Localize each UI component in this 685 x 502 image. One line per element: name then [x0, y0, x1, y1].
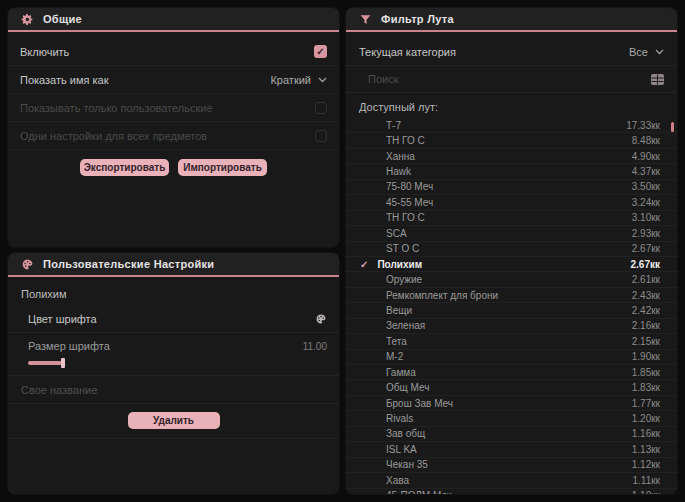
loot-item-value: 1.12кк — [632, 459, 660, 470]
category-value: Все — [629, 46, 648, 58]
export-import-row: Экспортировать Импортировать — [8, 150, 339, 176]
only-custom-row: Показывать только пользовательские — [8, 94, 339, 122]
loot-item-row[interactable]: ✓ Хава 1.11кк — [346, 473, 677, 488]
loot-item-row[interactable]: ✓ ТН ГО С 3.10кк — [346, 211, 677, 226]
loot-item-name: Гамма — [386, 367, 632, 378]
custom-settings-title: Пользовательские Настройки — [43, 258, 214, 270]
color-picker-icon[interactable] — [315, 313, 327, 325]
loot-item-row[interactable]: ✓ ТН ГО С 8.48кк — [346, 133, 677, 148]
loot-item-row[interactable]: ✓ М-2 1.90кк — [346, 350, 677, 365]
loot-item-value: 1.20кк — [632, 413, 660, 424]
loot-item-row[interactable]: ✓ 45-ПОЛМ Меч 1.10кк — [346, 489, 677, 495]
category-dropdown[interactable]: Все — [629, 46, 664, 58]
loot-item-row[interactable]: ✓ Hawk 4.37кк — [346, 164, 677, 179]
chevron-down-icon — [655, 49, 664, 55]
loot-item-row[interactable]: ✓ Зеленая 2.16кк — [346, 319, 677, 334]
search-input[interactable] — [368, 73, 618, 85]
loot-item-name: Зеленая — [386, 320, 632, 331]
funnel-icon — [359, 13, 372, 26]
loot-item-name: ISL KA — [386, 444, 632, 455]
font-color-row: Цвет шрифта — [8, 305, 339, 333]
loot-item-value: 4.37кк — [632, 166, 660, 177]
loot-item-value: 3.10кк — [632, 212, 660, 223]
general-panel-header: Общие — [8, 8, 339, 32]
available-loot-label: Доступный лут: — [346, 93, 677, 118]
same-settings-checkbox — [315, 130, 327, 142]
loot-item-name: Чекан 35 — [386, 459, 632, 470]
loot-item-value: 2.93кк — [632, 228, 660, 239]
loot-item-name: Брош Зав Меч — [386, 398, 632, 409]
loot-item-row[interactable]: ✓ ISL KA 1.13кк — [346, 442, 677, 457]
loot-item-name: Т-7 — [386, 120, 626, 131]
loot-item-value: 4.90кк — [632, 151, 660, 162]
font-color-label: Цвет шрифта — [28, 313, 97, 325]
category-row: Текущая категория Все — [346, 38, 677, 66]
loot-item-row[interactable]: ✓ Общ Меч 1.83кк — [346, 380, 677, 395]
loot-item-name: Общ Меч — [386, 382, 632, 393]
loot-item-value: 3.50кк — [632, 181, 660, 192]
right-column: Фильтр Лута Текущая категория Все Доступ… — [346, 8, 677, 494]
loot-item-name: 45-ПОЛМ Меч — [386, 490, 632, 494]
same-settings-row: Одни настройки для всех предметов — [8, 122, 339, 150]
loot-item-row[interactable]: ✓ Ремкомплект для брони 2.43кк — [346, 288, 677, 303]
enable-checkbox[interactable]: ✓ — [314, 45, 327, 58]
export-button[interactable]: Экспортировать — [80, 159, 169, 176]
loot-item-value: 1.10кк — [632, 490, 660, 494]
custom-settings-header: Пользовательские Настройки — [8, 253, 339, 277]
same-settings-label: Одни настройки для всех предметов — [20, 130, 207, 142]
loot-item-name: 75-80 Меч — [386, 181, 632, 192]
scrollbar-thumb[interactable] — [671, 122, 674, 132]
general-panel: Общие Включить ✓ Показать имя как Кратки… — [8, 8, 339, 247]
loot-item-row[interactable]: ✓ Вещи 2.42кк — [346, 303, 677, 318]
settings-page: Общие Включить ✓ Показать имя как Кратки… — [0, 0, 685, 502]
loot-item-name: Зав общ — [386, 428, 632, 439]
loot-item-row[interactable]: ✓ 45-55 Меч 3.24кк — [346, 195, 677, 210]
show-name-row: Показать имя как Краткий — [8, 66, 339, 94]
slider-handle[interactable] — [61, 358, 65, 368]
search-row — [346, 66, 677, 93]
loot-item-row[interactable]: ✓ Чекан 35 1.12кк — [346, 458, 677, 473]
loot-item-row[interactable]: ✓ Брош Зав Меч 1.77кк — [346, 396, 677, 411]
show-name-value: Краткий — [270, 74, 311, 86]
loot-item-row[interactable]: ✓ 75-80 Меч 3.50кк — [346, 180, 677, 195]
font-size-label: Размер шрифта — [28, 340, 110, 352]
loot-item-value: 2.43кк — [632, 290, 660, 301]
loot-item-name: Полихим — [377, 259, 630, 270]
font-size-slider[interactable] — [28, 358, 327, 368]
loot-item-row[interactable]: ✓ Оружие 2.61кк — [346, 272, 677, 287]
custom-settings-panel: Пользовательские Настройки Полихим Цвет … — [8, 253, 339, 494]
loot-item-row[interactable]: ✓ Полихим 2.67кк — [346, 257, 677, 272]
loot-item-row[interactable]: ✓ Зав общ 1.16кк — [346, 427, 677, 442]
loot-item-row[interactable]: ✓ ST О С 2.67кк — [346, 242, 677, 257]
check-icon: ✓ — [360, 259, 368, 270]
loot-item-row[interactable]: ✓ SCA 2.93кк — [346, 226, 677, 241]
slider-fill — [28, 361, 62, 365]
loot-filter-panel: Фильтр Лута Текущая категория Все Доступ… — [346, 8, 677, 494]
loot-item-value: 1.77кк — [632, 398, 660, 409]
loot-item-value: 1.83кк — [632, 382, 660, 393]
loot-item-row[interactable]: ✓ Тета 2.15кк — [346, 334, 677, 349]
show-name-dropdown[interactable]: Краткий — [270, 74, 327, 86]
loot-item-row[interactable]: ✓ Т-7 17.33кк — [346, 118, 677, 133]
loot-item-name: Ремкомплект для брони — [386, 290, 632, 301]
loot-item-value: 1.90кк — [632, 351, 660, 362]
loot-item-row[interactable]: ✓ Rivals 1.20кк — [346, 411, 677, 426]
font-size-row: Размер шрифта 11.00 — [8, 333, 339, 376]
only-custom-label: Показывать только пользовательские — [20, 102, 213, 114]
loot-item-value: 17.33кк — [626, 120, 660, 131]
loot-item-value: 1.16кк — [632, 428, 660, 439]
empty-space — [8, 438, 339, 494]
loot-item-row[interactable]: ✓ Ханна 4.90кк — [346, 149, 677, 164]
loot-filter-title: Фильтр Лута — [381, 13, 454, 25]
grid-view-icon[interactable] — [651, 74, 664, 85]
left-column: Общие Включить ✓ Показать имя как Кратки… — [8, 8, 339, 494]
loot-item-name: Ханна — [386, 151, 632, 162]
loot-item-value: 2.61кк — [632, 274, 660, 285]
delete-button[interactable]: Удалить — [128, 412, 220, 429]
import-button[interactable]: Импортировать — [178, 159, 267, 176]
loot-item-value: 1.13кк — [632, 444, 660, 455]
loot-item-value: 1.85кк — [632, 367, 660, 378]
loot-item-row[interactable]: ✓ Гамма 1.85кк — [346, 365, 677, 380]
chevron-down-icon — [318, 77, 327, 83]
custom-name-input[interactable] — [21, 384, 327, 396]
